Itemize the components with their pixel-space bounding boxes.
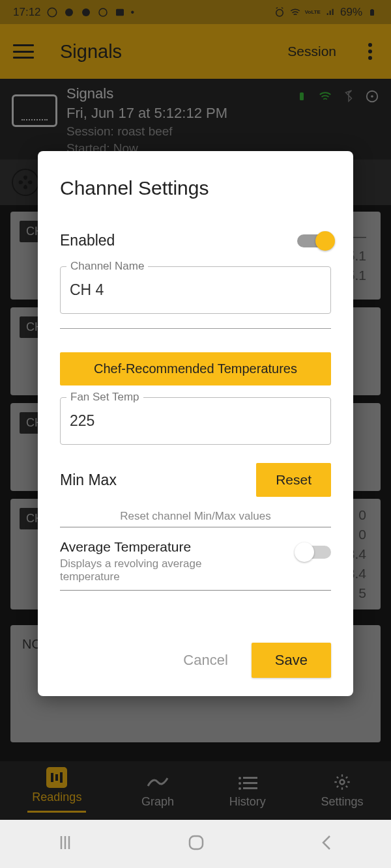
avg-temp-title: Average Temperature: [60, 539, 229, 555]
minmax-label: Min Max: [60, 471, 117, 489]
enabled-label: Enabled: [60, 232, 115, 249]
fan-temp-label: Fan Set Temp: [66, 391, 143, 404]
enabled-toggle[interactable]: [297, 234, 331, 247]
home-button[interactable]: [187, 833, 205, 854]
recents-button[interactable]: [57, 833, 73, 854]
svg-rect-21: [190, 836, 203, 849]
back-button[interactable]: [319, 833, 334, 854]
dialog-title: Channel Settings: [60, 177, 331, 199]
avg-temp-subtitle: Displays a revolving average temperature: [60, 557, 229, 583]
save-button[interactable]: Save: [252, 643, 331, 678]
avg-temp-toggle[interactable]: [297, 546, 331, 559]
fan-temp-input[interactable]: 225: [60, 397, 331, 445]
reset-hint: Reset channel Min/Max values: [60, 510, 331, 523]
reset-button[interactable]: Reset: [256, 463, 331, 497]
channel-name-label: Channel Name: [66, 260, 148, 273]
android-nav-bar: [0, 820, 391, 868]
chef-recommended-button[interactable]: Chef-Recommended Temperatures: [60, 352, 331, 385]
divider: [60, 590, 331, 591]
divider: [60, 527, 331, 527]
divider: [60, 328, 331, 329]
channel-settings-dialog: Channel Settings Enabled Channel Name CH…: [38, 151, 353, 696]
cancel-button[interactable]: Cancel: [177, 644, 234, 677]
channel-name-input[interactable]: CH 4: [60, 266, 331, 314]
